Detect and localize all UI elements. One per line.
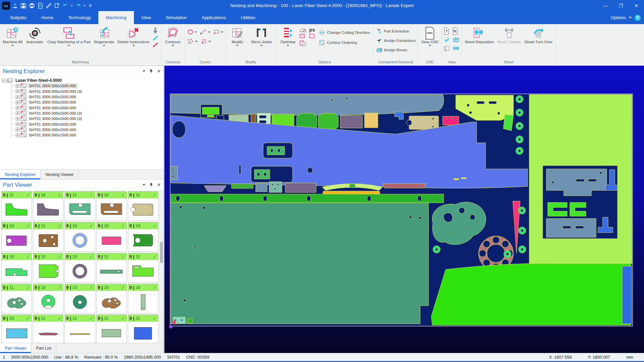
tree-item-sheet-10[interactable]: SHT01 3000.000x1500.000	[11, 132, 163, 138]
cycle-grid-button[interactable]	[200, 38, 212, 45]
micro-joints-button[interactable]: Micro-Joints	[248, 25, 275, 46]
minimize-button[interactable]: —	[598, 0, 613, 11]
part-thumbnail[interactable]	[128, 198, 158, 221]
part-thumbnail[interactable]	[128, 229, 158, 251]
expand-icon[interactable]	[16, 111, 19, 115]
view-sheets-icon[interactable]	[443, 45, 450, 52]
part-cell-r5c5[interactable]: 0|11✓	[128, 314, 158, 343]
options-caret-icon[interactable]	[629, 17, 632, 18]
part-cell-r2c3[interactable]: 0|10✓	[64, 222, 95, 252]
tree-item-sheet-2[interactable]: SHT01 3000.000x1500.000 (3)	[11, 89, 163, 94]
part-bright-green[interactable]	[431, 263, 631, 325]
part-thumbnail[interactable]	[2, 260, 32, 282]
machine-all-button[interactable]: Machine All	[1, 25, 24, 46]
part-cell-r2c5[interactable]: 0|10✓	[128, 222, 158, 252]
part-cell-r2c2[interactable]: 0|11✓	[33, 222, 63, 252]
part-cell-r3c4[interactable]: 0|11✓	[96, 253, 127, 283]
punch-stamp2-icon[interactable]	[308, 33, 316, 39]
grommet-part[interactable]	[516, 96, 523, 103]
save-icon[interactable]	[20, 3, 27, 9]
part-cell-r5c3[interactable]: 0|11✓	[64, 314, 95, 343]
panel-menu-icon[interactable]	[143, 70, 145, 72]
view-question-icon[interactable]: ?	[443, 27, 449, 35]
punch-stamp-icon[interactable]	[299, 33, 306, 39]
part-thumbnail[interactable]	[2, 291, 32, 313]
pin-icon[interactable]	[149, 183, 153, 187]
tree-item-sheet-3[interactable]: SHT01 3000.000x1500.000	[11, 94, 163, 100]
menu-tab-technology[interactable]: Technology	[61, 11, 98, 24]
cycle-rect-button[interactable]	[212, 28, 224, 36]
pin-icon[interactable]	[149, 69, 153, 73]
view-cnc-button[interactable]: CNC View CNC	[419, 25, 440, 46]
cyan-line-icon[interactable]	[152, 36, 159, 41]
options-menu[interactable]: Options	[611, 15, 626, 20]
part-thumbnail[interactable]	[33, 322, 63, 343]
panel-menu-icon[interactable]	[143, 184, 145, 186]
tree-item-sheet-6[interactable]: SHT01 3000.000x1500.000 (3)	[11, 111, 163, 116]
contour-ordering-button[interactable]: Contour Ordering	[317, 39, 371, 46]
close-panel-icon[interactable]: ✕	[157, 182, 161, 187]
tree-item-sheet-5[interactable]: SHT01 3000.000x1500.000	[11, 105, 163, 110]
menu-tab-machining[interactable]: Machining	[98, 11, 134, 24]
grommet-part[interactable]	[504, 250, 511, 258]
view-clamps-icon[interactable]	[453, 45, 460, 52]
tree-root[interactable]: Laser Fiber-Steel-4.0000	[2, 78, 163, 83]
expand-icon[interactable]	[16, 84, 19, 88]
part-cell-r4c2[interactable]: 0|10✓	[33, 284, 63, 313]
automatic-button[interactable]: Automatic	[24, 25, 45, 44]
cycle-polygon-button[interactable]	[186, 38, 198, 45]
part-seagreen[interactable]	[171, 203, 429, 324]
nesting-canvas[interactable]	[164, 66, 644, 353]
expand-icon[interactable]	[16, 106, 19, 110]
contours-button[interactable]: Contours	[162, 25, 183, 46]
scrollbar-thumb[interactable]	[160, 242, 163, 263]
redo-dropdown-icon[interactable]	[84, 5, 86, 6]
tab-part-viewer[interactable]: Part Viewer	[0, 343, 31, 353]
redo-icon[interactable]	[75, 3, 81, 9]
part-cell-r2c4[interactable]: 0|10✓	[96, 222, 127, 252]
move-clamps-button[interactable]: Move Clamps	[496, 25, 522, 44]
sheet-reposition-button[interactable]: Sheet Reposition	[463, 25, 495, 44]
part-cell-r3c2[interactable]: 0|10✓	[33, 253, 63, 283]
part-extraction-button[interactable]: Part Extraction	[375, 27, 410, 35]
grommet-part[interactable]	[518, 207, 526, 214]
expand-icon[interactable]	[16, 133, 19, 137]
cycle-points-button[interactable]	[199, 28, 211, 36]
grommet-part[interactable]	[516, 136, 523, 143]
part-thumbnail[interactable]	[33, 229, 63, 251]
close-button[interactable]: ✕	[629, 0, 644, 11]
export-icon[interactable]	[54, 3, 60, 9]
part-thumbnail[interactable]	[65, 198, 95, 221]
part-cell-r2c1[interactable]: 0|10✓	[1, 222, 32, 252]
part-thumbnail[interactable]	[128, 322, 158, 343]
part-cell-r5c1[interactable]: 0|10✓	[1, 314, 32, 343]
view-table-icon[interactable]	[453, 37, 459, 43]
part-thumbnail[interactable]	[65, 322, 95, 343]
menu-tab-applications[interactable]: Applications	[194, 11, 234, 24]
tree-item-sheet-1[interactable]: SHT01 3000.000x1500.000	[11, 83, 163, 88]
part-thumbnail[interactable]	[33, 198, 63, 221]
grommet-part[interactable]	[516, 147, 523, 155]
view-check-icon[interactable]	[443, 37, 450, 43]
menu-tab-view[interactable]: View	[134, 11, 158, 24]
expand-icon[interactable]	[16, 89, 19, 93]
grommet-part[interactable]	[433, 246, 440, 253]
part-cell-r4c4[interactable]: 0|10✓	[96, 284, 127, 313]
assign-boxes-button[interactable]: Assign Boxes	[375, 46, 408, 54]
help-icon[interactable]: ?	[635, 15, 641, 21]
part-cell-r1c3[interactable]: 0|11✓	[64, 191, 95, 221]
part-cell-r1c5[interactable]: 0|11✓	[128, 191, 158, 221]
assign-extractions-button[interactable]: Assign Extractions	[375, 37, 417, 44]
part-thumbnail[interactable]	[2, 322, 32, 343]
expand-icon[interactable]	[16, 117, 19, 121]
undo-icon[interactable]	[62, 3, 68, 9]
tab-part-list[interactable]: Part List	[31, 343, 56, 353]
tab-nesting-viewer[interactable]: Nesting Viewer	[41, 170, 79, 179]
customize-toolbar-icon[interactable]	[88, 3, 93, 8]
part-thumbnail[interactable]	[2, 198, 32, 221]
part-cell-r1c2[interactable]: 0|10✓	[33, 191, 63, 221]
part-thumbnail[interactable]	[97, 198, 127, 221]
optimise-button[interactable]: Optimise	[278, 25, 298, 46]
part-thumbnail[interactable]	[2, 229, 32, 251]
part-thumbnail[interactable]	[65, 229, 95, 251]
